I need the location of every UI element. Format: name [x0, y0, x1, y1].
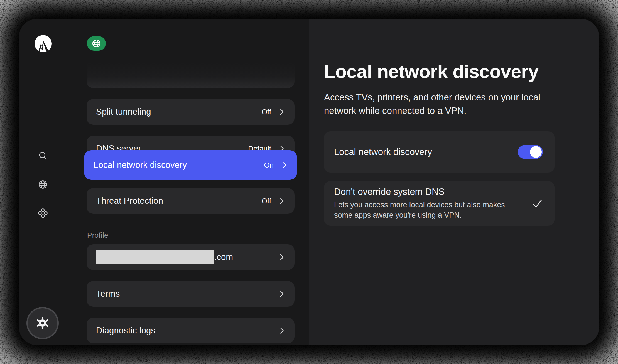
- list-item-terms[interactable]: Terms: [87, 281, 295, 307]
- option-title: Don't override system DNS: [334, 186, 524, 197]
- page-title: Local network discovery: [324, 61, 538, 82]
- toggle-knob: [530, 146, 542, 158]
- profile-section-label: Profile: [87, 231, 108, 240]
- item-label: Local network discovery: [94, 160, 264, 170]
- list-item-partial: [87, 63, 295, 88]
- settings-list: Split tunneling Off DNS server Default L…: [19, 19, 309, 345]
- list-item-threat-protection[interactable]: Threat Protection Off: [87, 188, 295, 214]
- item-value: Off: [262, 197, 271, 205]
- local-network-discovery-toggle[interactable]: [518, 145, 543, 159]
- detail-panel: Local network discovery Access TVs, prin…: [309, 19, 599, 345]
- item-label: Threat Protection: [96, 196, 262, 206]
- local-network-discovery-toggle-card[interactable]: Local network discovery: [324, 131, 555, 173]
- toggle-card-label: Local network discovery: [334, 147, 518, 157]
- list-item-profile-account[interactable]: .com: [87, 244, 295, 270]
- chevron-right-icon: [277, 326, 286, 335]
- item-value: Off: [262, 108, 271, 116]
- chevron-right-icon: [277, 253, 286, 262]
- chevron-right-icon: [277, 196, 286, 205]
- option-text: Don't override system DNS Lets you acces…: [334, 186, 531, 220]
- item-value: On: [264, 161, 274, 169]
- list-item-split-tunneling[interactable]: Split tunneling Off: [87, 99, 295, 125]
- list-item-diagnostic-logs[interactable]: Diagnostic logs: [87, 318, 295, 343]
- list-item-local-network-discovery[interactable]: Local network discovery On: [84, 150, 297, 180]
- redacted-email: [96, 250, 214, 264]
- email-suffix: .com: [214, 252, 277, 262]
- app-window: Local network discovery Access TVs, prin…: [19, 19, 599, 345]
- checkmark-icon: [531, 197, 543, 210]
- item-label: Terms: [96, 289, 277, 299]
- option-description: Lets you access more local devices but a…: [334, 200, 524, 220]
- chevron-right-icon: [277, 107, 286, 116]
- dont-override-dns-option[interactable]: Don't override system DNS Lets you acces…: [324, 181, 555, 226]
- chevron-right-icon: [280, 161, 289, 169]
- page-description: Access TVs, printers, and other devices …: [324, 91, 544, 117]
- item-label: Diagnostic logs: [96, 326, 277, 336]
- chevron-right-icon: [277, 289, 286, 298]
- item-label: Split tunneling: [96, 107, 262, 117]
